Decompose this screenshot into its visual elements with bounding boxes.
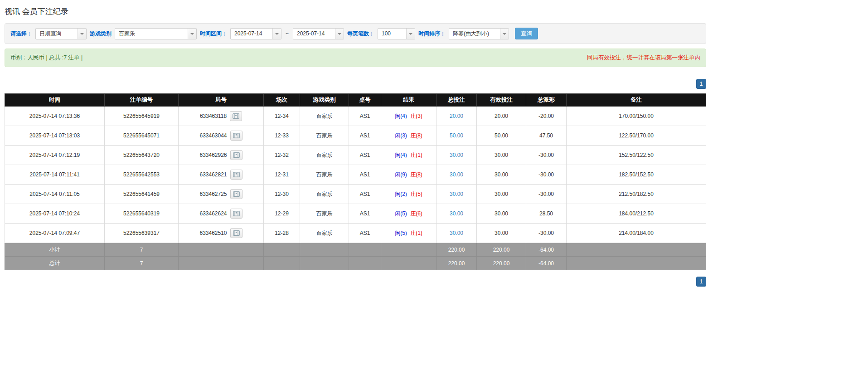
total-row: 总计 7 220.00 220.00 -64.00 (5, 257, 706, 270)
payout-cell: -30.00 (526, 185, 567, 204)
time-cell: 2025-07-14 07:10:24 (5, 204, 105, 224)
replay-video-icon-button[interactable] (230, 189, 242, 199)
replay-video-icon-button[interactable] (230, 131, 242, 141)
bet-id-cell: 522655641459 (105, 185, 179, 204)
time-cell: 2025-07-14 07:11:05 (5, 185, 105, 204)
result-cell: 闲(9) 庄(8) (381, 165, 436, 185)
chevron-down-icon[interactable] (78, 29, 86, 39)
page-1-button[interactable]: 1 (696, 79, 706, 89)
bet-id-cell: 522655645071 (105, 126, 179, 146)
query-type-combobox[interactable] (35, 28, 87, 39)
game-type-cell: 百家乐 (300, 204, 349, 224)
round-id-cell: 633463044 (179, 126, 264, 146)
table-row: 2025-07-14 07:12:19 522655643720 6334629… (5, 146, 706, 165)
game-type-cell: 百家乐 (300, 107, 349, 126)
header-round-id: 局号 (179, 94, 264, 107)
total-bet-cell: 30.00 (436, 165, 477, 185)
time-sort-label: 时间排序： (418, 30, 446, 38)
date-to-combobox[interactable] (293, 28, 344, 39)
subtotal-label: 小计 (5, 243, 105, 257)
header-session: 场次 (264, 94, 300, 107)
chevron-down-icon[interactable] (188, 29, 196, 39)
page-1-button[interactable]: 1 (696, 277, 706, 287)
round-id-value: 633462821 (199, 171, 227, 178)
chevron-down-icon[interactable] (272, 29, 281, 39)
note-cell: 214.00/184.00 (567, 224, 706, 243)
header-result: 结果 (381, 94, 436, 107)
filter-bar: 请选择： 游戏类别 时间区间： ~ 每页笔数： 时间排序： (5, 23, 706, 44)
notice-text: 同局有效投注，统一计算在该局第一张注单内 (587, 54, 700, 62)
replay-video-icon-button[interactable] (230, 228, 242, 238)
total-bet-link[interactable]: 20.00 (450, 113, 463, 119)
total-bet-link[interactable]: 50.00 (450, 132, 463, 139)
page-size-combobox[interactable] (378, 28, 415, 39)
time-cell: 2025-07-14 07:13:03 (5, 126, 105, 146)
replay-video-icon-button[interactable] (230, 150, 242, 160)
total-bet-link[interactable]: 30.00 (450, 230, 463, 236)
table-header: 时间 注单编号 局号 场次 游戏类别 桌号 结果 总投注 有效投注 总派彩 备注 (5, 94, 706, 107)
result-cell: 闲(3) 庄(8) (381, 126, 436, 146)
table-no-cell: AS1 (349, 224, 381, 243)
film-icon (233, 152, 240, 158)
chevron-down-icon[interactable] (500, 29, 509, 39)
game-type-input[interactable] (115, 29, 188, 39)
date-from-input[interactable] (231, 29, 272, 39)
chevron-down-icon[interactable] (406, 29, 415, 39)
valid-bet-cell: 30.00 (477, 185, 526, 204)
date-from-combobox[interactable] (230, 28, 281, 39)
result-banker: 庄(6) (410, 210, 422, 217)
header-note: 备注 (567, 94, 706, 107)
total-payout: -64.00 (526, 257, 567, 270)
table-no-cell: AS1 (349, 146, 381, 165)
search-button[interactable]: 查询 (515, 28, 538, 39)
replay-video-icon-button[interactable] (230, 111, 242, 121)
film-icon (233, 230, 240, 236)
result-player: 闲(5) (395, 230, 407, 236)
total-count: 7 (105, 257, 179, 270)
note-cell: 212.50/182.50 (567, 185, 706, 204)
replay-video-icon-button[interactable] (230, 170, 242, 180)
payout-cell: 28.50 (526, 204, 567, 224)
game-type-combobox[interactable] (115, 28, 197, 39)
subtotal-count: 7 (105, 243, 179, 257)
total-bet-link[interactable]: 30.00 (450, 171, 463, 178)
game-type-cell: 百家乐 (300, 146, 349, 165)
time-sort-combobox[interactable] (449, 28, 509, 39)
result-player: 闲(9) (395, 171, 407, 178)
result-player: 闲(5) (395, 210, 407, 217)
note-cell: 182.50/152.50 (567, 165, 706, 185)
header-time: 时间 (5, 94, 105, 107)
bet-id-cell: 522655643720 (105, 146, 179, 165)
range-separator: ~ (286, 30, 289, 37)
total-bet-link[interactable]: 30.00 (450, 152, 463, 158)
time-sort-input[interactable] (449, 29, 500, 39)
header-table-no: 桌号 (349, 94, 381, 107)
game-type-label: 游戏类别 (90, 30, 112, 38)
round-id-value: 633463118 (200, 113, 227, 119)
session-cell: 12-33 (264, 126, 300, 146)
page-size-input[interactable] (378, 29, 406, 39)
total-bet-link[interactable]: 30.00 (450, 191, 463, 197)
table-footer: 小计 7 220.00 220.00 -64.00 总计 7 220.00 22… (5, 243, 706, 270)
pagination-bottom: 1 (5, 277, 706, 287)
total-bet-link[interactable]: 30.00 (450, 210, 463, 217)
replay-video-icon-button[interactable] (230, 209, 242, 219)
header-total-bet: 总投注 (436, 94, 477, 107)
session-cell: 12-34 (264, 107, 300, 126)
film-icon (233, 211, 240, 216)
time-cell: 2025-07-14 07:12:19 (5, 146, 105, 165)
valid-bet-cell: 30.00 (477, 204, 526, 224)
round-id-cell: 633462926 (179, 146, 264, 165)
page-container: 视讯 会员下注纪录 请选择： 游戏类别 时间区间： ~ 每页笔数： 时间排序： (5, 0, 706, 314)
date-to-input[interactable] (293, 29, 335, 39)
result-cell: 闲(2) 庄(5) (381, 185, 436, 204)
table-row: 2025-07-14 07:11:41 522655642553 6334628… (5, 165, 706, 185)
table-body: 2025-07-14 07:13:36 522655645919 6334631… (5, 107, 706, 243)
query-type-input[interactable] (36, 29, 78, 39)
table-no-cell: AS1 (349, 126, 381, 146)
payout-cell: -30.00 (526, 165, 567, 185)
film-icon (233, 133, 240, 138)
session-cell: 12-31 (264, 165, 300, 185)
bet-id-cell: 522655645919 (105, 107, 179, 126)
chevron-down-icon[interactable] (335, 29, 344, 39)
